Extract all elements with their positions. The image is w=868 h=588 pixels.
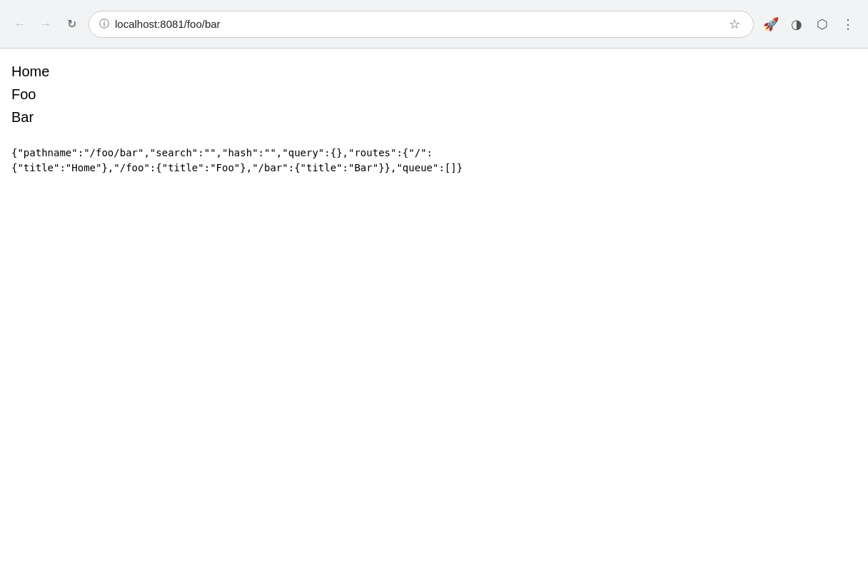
address-input[interactable] [115, 18, 720, 30]
browser-chrome: ← → ↻ ⓘ ☆ 🚀 ◑ ⬡ ⋮ [0, 0, 868, 49]
info-icon: ⓘ [99, 18, 109, 31]
back-button[interactable]: ← [9, 13, 31, 36]
bookmark-button[interactable]: ☆ [726, 16, 743, 32]
nav-link-bar[interactable]: Bar [11, 106, 857, 128]
menu-button[interactable]: ⋮ [837, 13, 859, 36]
address-bar-container: ⓘ ☆ [89, 11, 754, 38]
json-line-2: {"title":"Home"},"/foo":{"title":"Foo"},… [11, 161, 857, 176]
puzzle-button[interactable]: ⬡ [811, 13, 834, 36]
page-content: Home Foo Bar {"pathname":"/foo/bar","sea… [0, 49, 868, 187]
json-line-1: {"pathname":"/foo/bar","search":"","hash… [11, 146, 857, 161]
nav-link-foo[interactable]: Foo [11, 83, 857, 106]
nav-buttons: ← → ↻ [9, 13, 83, 36]
profile-button[interactable]: ◑ [785, 13, 808, 36]
json-display: {"pathname":"/foo/bar","search":"","hash… [11, 146, 857, 176]
forward-button[interactable]: → [34, 13, 57, 36]
toolbar-right: 🚀 ◑ ⬡ ⋮ [760, 13, 859, 36]
refresh-button[interactable]: ↻ [60, 13, 83, 36]
extensions-button[interactable]: 🚀 [760, 13, 782, 36]
nav-link-home[interactable]: Home [11, 60, 857, 83]
